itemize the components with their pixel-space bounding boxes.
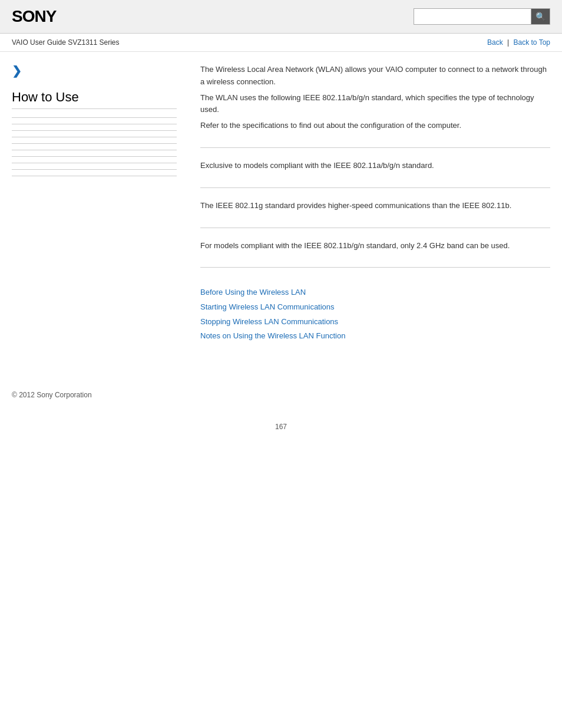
chevron-icon: ❯: [12, 64, 177, 78]
search-icon: 🔍: [535, 12, 546, 21]
sidebar-divider: [12, 137, 177, 137]
search-area: 🔍: [414, 8, 550, 25]
copyright-text: © 2012 Sony Corporation: [12, 391, 92, 399]
back-link[interactable]: Back: [487, 38, 503, 47]
sidebar-divider: [12, 143, 177, 144]
sony-logo: SONY: [12, 7, 56, 26]
nav-links: Back | Back to Top: [487, 38, 550, 47]
sidebar-divider: [12, 117, 177, 118]
sidebar-divider: [12, 169, 177, 170]
section1-para2: The WLAN uses the following IEEE 802.11a…: [200, 92, 550, 117]
content-section-1: The Wireless Local Area Network (WLAN) a…: [200, 64, 550, 148]
nav-separator: |: [507, 38, 509, 47]
search-button[interactable]: 🔍: [531, 8, 550, 25]
sidebar-divider: [12, 124, 177, 124]
starting-wireless-lan-link[interactable]: Starting Wireless LAN Communications: [200, 300, 550, 315]
content-section-4: For models compliant with the IEEE 802.1…: [200, 240, 550, 268]
sidebar-divider: [12, 176, 177, 176]
before-using-wireless-link[interactable]: Before Using the Wireless LAN: [200, 285, 550, 300]
section4-para1: For models compliant with the IEEE 802.1…: [200, 240, 550, 252]
sidebar-divider: [12, 150, 177, 150]
search-input[interactable]: [414, 8, 531, 25]
main-content: ❯ How to Use The Wireless Local Area Net…: [0, 52, 562, 379]
sidebar-divider: [12, 130, 177, 131]
nav-bar: VAIO User Guide SVZ1311 Series Back | Ba…: [0, 34, 562, 52]
content-section-2: Exclusive to models compliant with the I…: [200, 160, 550, 188]
page-footer: © 2012 Sony Corporation: [0, 379, 562, 411]
notes-wireless-lan-link[interactable]: Notes on Using the Wireless LAN Function: [200, 329, 550, 344]
back-to-top-link[interactable]: Back to Top: [514, 38, 550, 47]
breadcrumb: VAIO User Guide SVZ1311 Series: [12, 38, 120, 47]
section2-para1: Exclusive to models compliant with the I…: [200, 160, 550, 172]
sidebar: ❯ How to Use: [12, 64, 189, 367]
section1-para3: Refer to the specifications to find out …: [200, 120, 550, 132]
content-links-section: Before Using the Wireless LAN Starting W…: [200, 279, 550, 355]
page-header: SONY 🔍: [0, 0, 562, 34]
content-area: The Wireless Local Area Network (WLAN) a…: [189, 64, 550, 367]
sidebar-divider: [12, 156, 177, 157]
sidebar-divider: [12, 163, 177, 163]
section1-para1: The Wireless Local Area Network (WLAN) a…: [200, 64, 550, 88]
page-number: 167: [0, 411, 562, 443]
content-section-3: The IEEE 802.11g standard provides highe…: [200, 200, 550, 228]
stopping-wireless-lan-link[interactable]: Stopping Wireless LAN Communications: [200, 315, 550, 330]
sidebar-title: How to Use: [12, 90, 177, 109]
sidebar-links: [12, 117, 177, 176]
section3-para1: The IEEE 802.11g standard provides highe…: [200, 200, 550, 212]
